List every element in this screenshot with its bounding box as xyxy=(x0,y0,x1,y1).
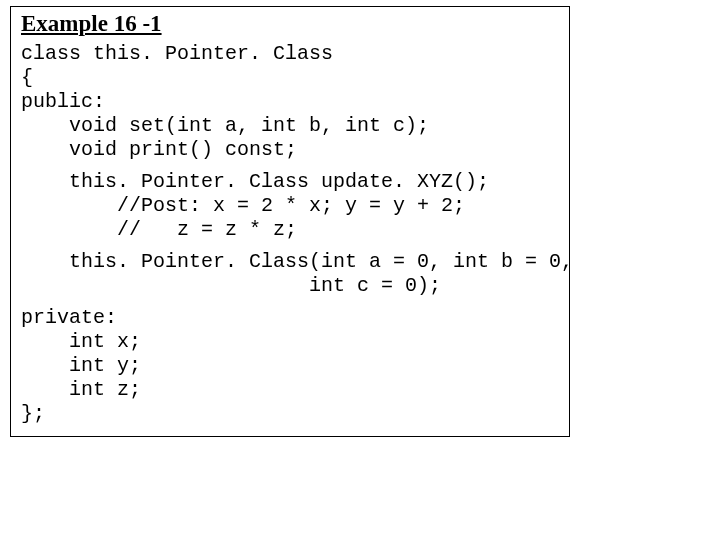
code-listing: class this. Pointer. Class { public: voi… xyxy=(21,42,559,426)
code-line: int c = 0); xyxy=(21,274,559,298)
spacer xyxy=(21,298,559,306)
spacer xyxy=(21,242,559,250)
code-line: int y; xyxy=(21,354,559,378)
code-line: this. Pointer. Class(int a = 0, int b = … xyxy=(21,250,559,274)
code-line: void set(int a, int b, int c); xyxy=(21,114,559,138)
code-line: void print() const; xyxy=(21,138,559,162)
code-line: private: xyxy=(21,306,559,330)
code-line: int z; xyxy=(21,378,559,402)
code-line: // z = z * z; xyxy=(21,218,559,242)
code-line: }; xyxy=(21,402,559,426)
code-line: { xyxy=(21,66,559,90)
code-line: class this. Pointer. Class xyxy=(21,42,559,66)
example-frame: Example 16 -1 class this. Pointer. Class… xyxy=(10,6,570,437)
spacer xyxy=(21,162,559,170)
code-line: int x; xyxy=(21,330,559,354)
code-line: public: xyxy=(21,90,559,114)
code-line: this. Pointer. Class update. XYZ(); xyxy=(21,170,559,194)
example-title: Example 16 -1 xyxy=(21,11,559,37)
code-line: //Post: x = 2 * x; y = y + 2; xyxy=(21,194,559,218)
